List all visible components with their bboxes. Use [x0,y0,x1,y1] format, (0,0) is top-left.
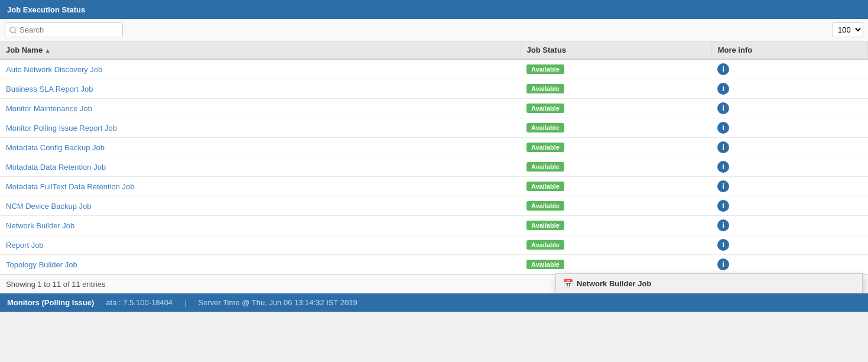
info-icon[interactable]: i [717,63,729,75]
bottom-bar: Monitors (Polling Issue) ata : 7.5.100-1… [0,293,868,312]
page-title: Job Execution Status [7,5,85,14]
status-badge: Available [526,143,564,152]
calendar-icon: 📅 [563,279,573,288]
search-input[interactable] [5,22,123,37]
more-info-cell: i [711,255,867,274]
popup-panel: 📅 Network Builder Job Scheduler Name ⇅ S… [555,273,863,293]
more-info-cell: i [711,79,867,99]
more-info-cell: i [711,157,867,177]
job-status: Available [521,79,711,99]
popup-title: Network Builder Job [577,279,651,288]
status-badge: Available [526,162,564,172]
more-info-cell: i [711,118,867,138]
status-badge: Available [526,201,564,211]
table-row: Motadata Data Retention JobAvailablei [0,157,868,177]
more-info-cell: i [711,235,867,255]
table-row: Network Builder JobAvailablei [0,216,868,235]
job-name[interactable]: Business SLA Report Job [0,79,521,99]
info-icon[interactable]: i [717,141,729,153]
monitors-title: Monitors (Polling Issue) [7,298,94,307]
job-name[interactable]: NCM Device Backup Job [0,196,521,216]
table-row: Motadata FullText Data Retention JobAvai… [0,177,868,196]
table-row: Report JobAvailablei [0,235,868,255]
job-status: Available [521,196,711,216]
status-badge: Available [526,123,564,132]
job-status: Available [521,59,711,79]
status-badge: Available [526,104,564,113]
job-name[interactable]: Monitor Polling Issue Report Job [0,118,521,138]
job-name[interactable]: Network Builder Job [0,216,521,235]
toolbar: 100 [0,19,868,41]
job-name[interactable]: Motadata Data Retention Job [0,157,521,177]
col-job-name[interactable]: Job Name ▲ [0,41,521,59]
job-status: Available [521,138,711,157]
info-icon[interactable]: i [717,258,729,270]
info-icon[interactable]: i [717,200,729,212]
more-info-cell: i [711,59,867,79]
col-job-status: Job Status [521,41,711,59]
job-name[interactable]: Auto Network Discovery Job [0,59,521,79]
job-name[interactable]: Motadata FullText Data Retention Job [0,177,521,196]
status-badge: Available [526,84,564,93]
separator: | [184,298,186,307]
job-status: Available [521,157,711,177]
more-info-cell: i [711,196,867,216]
status-badge: Available [526,260,564,269]
info-icon[interactable]: i [717,219,729,231]
job-status: Available [521,216,711,235]
job-table: Job Name ▲ Job Status More info Auto Net… [0,41,868,274]
job-status: Available [521,118,711,138]
status-badge: Available [526,221,564,230]
job-status: Available [521,235,711,255]
more-info-cell: i [711,216,867,235]
version-text: ata : 7.5.100-18404 [106,298,173,307]
job-name[interactable]: Motadata Config Backup Job [0,138,521,157]
more-info-cell: i [711,99,867,118]
status-badge: Available [526,240,564,250]
table-row: NCM Device Backup JobAvailablei [0,196,868,216]
table-header-row: Job Name ▲ Job Status More info [0,41,868,59]
info-icon[interactable]: i [717,102,729,114]
table-row: Topology Builder JobAvailablei [0,255,868,274]
status-badge: Available [526,64,564,74]
info-icon[interactable]: i [717,239,729,251]
job-status: Available [521,177,711,196]
col-more-info: More info [711,41,867,59]
info-icon[interactable]: i [717,83,729,95]
job-name[interactable]: Monitor Maintenance Job [0,99,521,118]
job-name[interactable]: Report Job [0,235,521,255]
job-status: Available [521,99,711,118]
table-row: Auto Network Discovery JobAvailablei [0,59,868,79]
job-status: Available [521,255,711,274]
popup-header: 📅 Network Builder Job [556,274,862,293]
info-icon[interactable]: i [717,122,729,134]
more-info-cell: i [711,177,867,196]
sort-icon-job-name: ▲ [45,47,51,54]
table-row: Motadata Config Backup JobAvailablei [0,138,868,157]
server-time-text: Server Time @ Thu, Jun 06 13:14:32 IST 2… [199,298,357,307]
page-size-select[interactable]: 100 [833,22,863,37]
info-icon[interactable]: i [717,161,729,173]
header-bar: Job Execution Status [0,0,868,19]
table-row: Monitor Maintenance JobAvailablei [0,99,868,118]
status-badge: Available [526,182,564,191]
table-row: Monitor Polling Issue Report JobAvailabl… [0,118,868,138]
job-name[interactable]: Topology Builder Job [0,255,521,274]
table-row: Business SLA Report JobAvailablei [0,79,868,99]
info-icon[interactable]: i [717,180,729,192]
more-info-cell: i [711,138,867,157]
